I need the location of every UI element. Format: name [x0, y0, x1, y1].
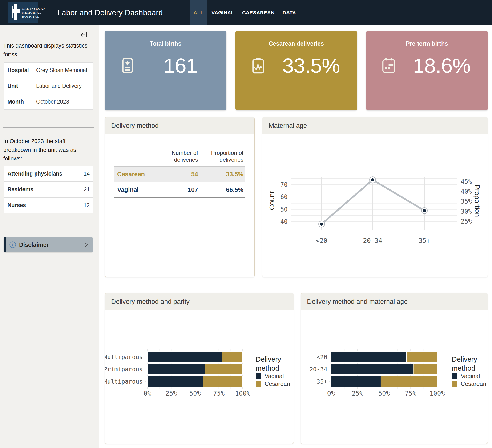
maternal-age-card: Maternal age 4050607025%30%35%40%45%<202…: [262, 117, 488, 277]
disclaimer-button[interactable]: i Disclaimer: [4, 237, 93, 252]
svg-text:40%: 40%: [461, 188, 472, 195]
sidebar-intro-text: This dashboard displays statistics for:s…: [3, 41, 94, 59]
maternal-age-chart: 4050607025%30%35%40%45%<2020-3435+CountP…: [263, 134, 488, 277]
info-icon: i: [9, 241, 16, 248]
table-row: Nurses 12: [4, 198, 93, 213]
svg-text:0%: 0%: [144, 390, 151, 397]
svg-text:25%: 25%: [165, 390, 177, 397]
card-title: Maternal age: [263, 117, 488, 134]
svg-text:70: 70: [280, 181, 288, 188]
svg-text:100%: 100%: [235, 390, 250, 397]
dashboard-screen: GREY+SLOAN MEMORIAL HOSPITAL Labor and D…: [0, 0, 492, 448]
svg-text:0%: 0%: [327, 390, 335, 397]
table-row: Month October 2023: [4, 94, 93, 110]
navbar: GREY+SLOAN MEMORIAL HOSPITAL Labor and D…: [0, 0, 492, 25]
svg-text:35+: 35+: [419, 237, 430, 244]
svg-text:method: method: [452, 364, 475, 372]
parity-card: Delivery method and parity NulliparousPr…: [105, 293, 294, 444]
table-header: Number of deliveries Proportion of deliv…: [114, 146, 245, 167]
tab-caesarean[interactable]: CAESAREAN: [238, 0, 279, 25]
tab-vaginal[interactable]: VAGINAL: [207, 0, 238, 25]
sidebar-divider: [3, 127, 94, 128]
svg-text:i: i: [12, 242, 13, 247]
nav-tabs: ALL VAGINAL CAESAREAN DATA: [189, 0, 300, 25]
delivery-method-table: Number of deliveries Proportion of deliv…: [114, 146, 245, 198]
card-title: Delivery method and maternal age: [301, 293, 488, 310]
svg-text:<20: <20: [317, 354, 327, 360]
file-medical-icon: [118, 56, 137, 75]
table-row-vaginal: Vaginal 107 66.5%: [114, 182, 245, 197]
value-box-cesarean-deliveries: Cesarean deliveries 33.5%: [236, 31, 357, 110]
hospital-logo-text: GREY+SLOAN MEMORIAL HOSPITAL: [22, 7, 46, 19]
svg-text:20-34: 20-34: [363, 237, 382, 244]
sidebar-divider: [3, 231, 94, 231]
hospital-logo: GREY+SLOAN MEMORIAL HOSPITAL: [9, 2, 38, 23]
svg-text:Vaginal: Vaginal: [265, 373, 284, 379]
value-box-total-births: Total births 161: [105, 31, 226, 110]
svg-text:60: 60: [280, 193, 288, 200]
value-box-preterm-births: Pre-term births 18.6%: [366, 31, 488, 110]
svg-text:40: 40: [280, 218, 288, 225]
svg-text:Delivery: Delivery: [452, 355, 477, 363]
svg-text:30%: 30%: [461, 208, 472, 215]
page-title: Labor and Delivery Dashboard: [57, 0, 163, 25]
hospital-info-table: Hospital Grey Sloan Memorial Unit Labor …: [4, 62, 93, 110]
svg-text:Multiparous: Multiparous: [105, 378, 143, 385]
clipboard-pulse-icon: [249, 56, 268, 75]
delivery-method-card: Delivery method Number of deliveries Pro…: [105, 117, 255, 277]
calendar-icon: [379, 56, 399, 75]
card-title: Delivery method and parity: [105, 293, 294, 310]
svg-text:20-34: 20-34: [309, 366, 327, 373]
svg-text:method: method: [256, 364, 279, 372]
parity-chart: NulliparousPrimiparousMultiparous0%25%50…: [105, 310, 294, 444]
svg-text:100%: 100%: [429, 390, 445, 397]
chevron-right-icon: [84, 241, 89, 248]
staff-table: Attending physicians 14 Residents 21 Nur…: [4, 166, 93, 213]
tab-all[interactable]: ALL: [189, 0, 207, 25]
table-row: Unit Labor and Delivery: [4, 78, 93, 94]
svg-text:35%: 35%: [461, 198, 472, 205]
svg-text:75%: 75%: [213, 390, 225, 397]
svg-text:50%: 50%: [189, 390, 201, 397]
tab-data[interactable]: DATA: [278, 0, 300, 25]
staff-intro-text: In October 2023 the staff breakdown in t…: [3, 137, 94, 163]
table-row-cesarean: Cesarean 54 33.5%: [114, 167, 245, 182]
sidebar: This dashboard displays statistics for:s…: [0, 25, 99, 448]
svg-text:35+: 35+: [317, 378, 327, 385]
svg-text:50%: 50%: [378, 390, 390, 397]
svg-text:Nulliparous: Nulliparous: [105, 354, 143, 360]
svg-text:25%: 25%: [461, 218, 472, 225]
svg-text:Cesarean: Cesarean: [461, 380, 486, 387]
method-by-age-chart: <2020-3435+0%25%50%75%100%Deliverymethod…: [301, 310, 488, 444]
svg-text:45%: 45%: [461, 178, 472, 185]
table-row: Hospital Grey Sloan Memorial: [4, 63, 93, 78]
svg-text:Count: Count: [268, 191, 276, 210]
method-by-age-card: Delivery method and maternal age <2020-3…: [301, 293, 488, 444]
svg-text:Proportion: Proportion: [473, 184, 481, 217]
svg-text:<20: <20: [316, 237, 328, 244]
svg-text:Cesarean: Cesarean: [265, 380, 290, 387]
svg-text:Primiparous: Primiparous: [105, 366, 143, 373]
svg-text:Delivery: Delivery: [256, 355, 281, 363]
card-title: Delivery method: [105, 117, 255, 134]
svg-text:50: 50: [280, 206, 288, 213]
table-row: Residents 21: [4, 182, 93, 198]
svg-text:75%: 75%: [405, 390, 416, 397]
hospital-cross-icon: [10, 3, 20, 22]
svg-text:25%: 25%: [352, 390, 363, 397]
svg-text:Vaginal: Vaginal: [461, 373, 480, 379]
sidebar-collapse-icon[interactable]: [80, 31, 88, 38]
table-row: Attending physicians 14: [4, 166, 93, 182]
